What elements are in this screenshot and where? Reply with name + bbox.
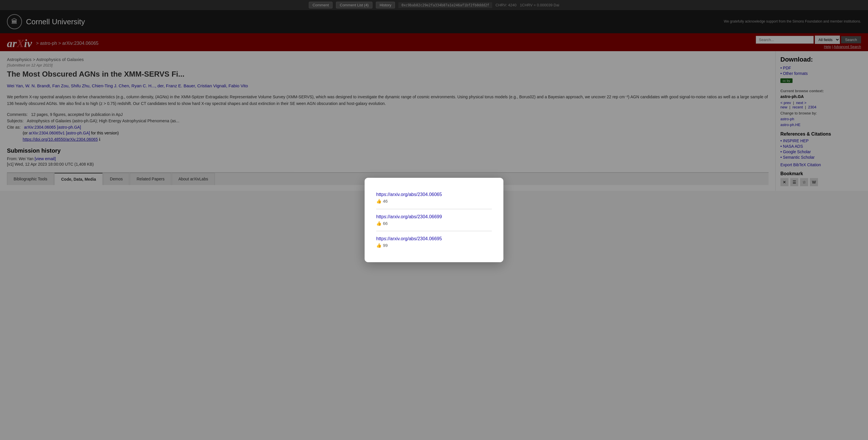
modal-item-1: https://arxiv.org/abs/2304.06065 👍 46 <box>376 187 492 191</box>
modal-overlay[interactable]: https://arxiv.org/abs/2304.06065 👍 46 ht… <box>0 0 868 191</box>
modal-box: https://arxiv.org/abs/2304.06065 👍 46 ht… <box>365 178 503 191</box>
